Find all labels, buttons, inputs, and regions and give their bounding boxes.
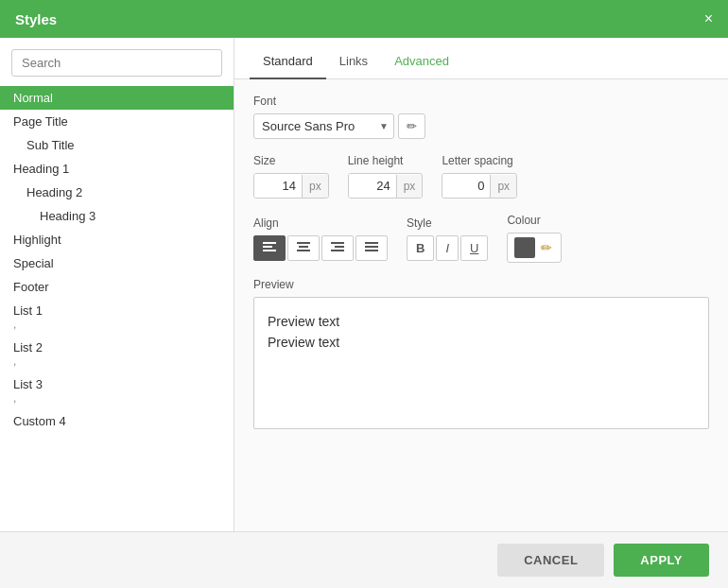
svg-rect-9 [335,246,344,248]
style-item-tag: , [13,391,220,405]
colour-picker-button[interactable]: ✏ [507,233,562,263]
close-button[interactable]: × [704,11,713,26]
svg-rect-5 [299,246,308,248]
pencil-icon: ✏ [407,119,417,133]
align-left-button[interactable] [253,235,286,261]
colour-edit-button[interactable]: ✏ [539,240,554,255]
italic-button[interactable]: I [436,235,459,261]
letter-spacing-input[interactable] [442,174,490,198]
font-edit-button[interactable]: ✏ [398,113,425,139]
sidebar-item-heading1[interactable]: Heading 1 [0,157,234,181]
sidebar-item-sub-title[interactable]: Sub Title [0,133,234,157]
dialog-title: Styles [15,11,57,27]
colour-label: Colour [507,214,562,227]
align-justify-icon [365,242,378,253]
style-item-label: Heading 2 [26,185,82,199]
tab-advanced[interactable]: Advanced [381,44,462,79]
preview-section: Preview Preview text Preview text [253,278,709,429]
align-right-button[interactable] [321,235,354,261]
font-select[interactable]: Source Sans Pro Arial Times New Roman [253,113,394,139]
letter-spacing-label: Letter spacing [442,154,517,167]
svg-rect-4 [297,242,310,244]
search-input[interactable] [11,49,222,77]
svg-rect-13 [365,246,378,248]
preview-line-2: Preview text [268,332,695,353]
svg-rect-1 [263,246,272,248]
align-style-row: Align [253,214,709,263]
style-group: B I U [407,235,488,261]
style-item-label: Highlight [13,233,61,247]
size-row: Size px Line height px [253,154,709,199]
font-field-group: Font Source Sans Pro Arial Times New Rom… [253,95,425,139]
colour-field-group: Colour ✏ [507,214,562,263]
font-row: Font Source Sans Pro Arial Times New Rom… [253,95,709,139]
apply-button[interactable]: APPLY [614,544,709,577]
dialog-footer: CANCEL APPLY [0,531,728,588]
align-field-group: Align [253,216,388,261]
search-box [11,49,222,77]
svg-rect-10 [331,250,344,251]
align-center-button[interactable] [287,235,320,261]
style-item-label: Normal [13,91,53,105]
svg-rect-12 [365,242,378,244]
font-selector: Source Sans Pro Arial Times New Roman ▼ … [253,113,425,139]
style-item-label: List 3 , [13,377,220,405]
style-item-label: Page Title [13,114,68,129]
sidebar: Normal Page Title Sub Title Heading 1 He… [0,38,234,531]
letter-spacing-field-group: Letter spacing px [442,154,517,199]
preview-label: Preview [253,278,709,291]
panel-content: Font Source Sans Pro Arial Times New Rom… [234,79,728,531]
sidebar-item-footer[interactable]: Footer [0,275,234,299]
svg-rect-0 [263,242,276,244]
letter-spacing-input-wrap: px [442,173,517,199]
align-justify-button[interactable] [355,235,388,261]
styles-dialog: Styles × Normal Page Title Sub Title Hea… [0,0,728,588]
tabs-bar: StandardLinksAdvanced [234,38,728,79]
main-panel: StandardLinksAdvanced Font Source Sans P… [234,38,728,531]
preview-box: Preview text Preview text [253,297,709,429]
svg-rect-6 [297,250,310,251]
align-group [253,235,388,261]
sidebar-item-list1[interactable]: List 1 , [0,299,234,336]
tab-links[interactable]: Links [326,44,381,79]
colour-swatch [514,237,535,258]
dialog-body: Normal Page Title Sub Title Heading 1 He… [0,38,728,531]
line-height-label: Line height [348,154,424,167]
size-label: Size [253,154,329,167]
style-field-group: Style B I U [407,216,488,261]
sidebar-item-custom4[interactable]: Custom 4 [0,409,234,433]
style-item-label: Footer [13,280,49,294]
style-item-label: Custom 4 [13,414,66,428]
style-item-tag: , [13,318,220,331]
sidebar-item-heading3[interactable]: Heading 3 [0,204,234,228]
style-item-label: List 2 , [13,340,220,368]
sidebar-item-heading2[interactable]: Heading 2 [0,181,234,204]
style-list: Normal Page Title Sub Title Heading 1 He… [0,86,234,520]
colour-pencil-icon: ✏ [541,240,552,255]
sidebar-item-page-title[interactable]: Page Title [0,110,234,133]
line-height-input[interactable] [349,174,396,198]
style-label: Style [407,216,488,230]
size-unit: px [302,175,328,198]
align-label: Align [253,216,388,230]
line-height-field-group: Line height px [348,154,424,199]
align-center-icon [297,242,310,253]
line-height-unit: px [396,175,423,198]
line-height-input-wrap: px [348,173,424,199]
bold-button[interactable]: B [407,235,434,261]
tab-standard[interactable]: Standard [250,44,326,79]
size-input[interactable] [254,174,302,198]
sidebar-item-highlight[interactable]: Highlight [0,228,234,251]
underline-button[interactable]: U [460,235,488,261]
sidebar-item-normal[interactable]: Normal [0,86,234,110]
sidebar-item-list2[interactable]: List 2 , [0,336,234,372]
sidebar-item-special[interactable]: Special [0,251,234,275]
preview-line-1: Preview text [268,311,695,332]
cancel-button[interactable]: CANCEL [497,544,604,577]
font-select-wrapper: Source Sans Pro Arial Times New Roman ▼ [253,113,394,139]
align-left-icon [263,242,276,253]
dialog-header: Styles × [0,0,728,38]
style-item-label: Special [13,256,54,270]
sidebar-item-list3[interactable]: List 3 , [0,372,234,409]
svg-rect-14 [365,250,378,251]
